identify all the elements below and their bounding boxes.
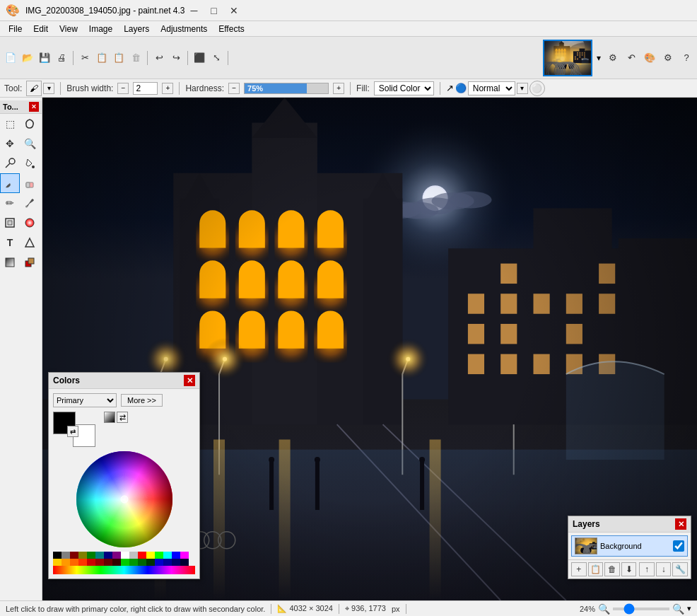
reset-colors-btn[interactable] xyxy=(104,412,115,423)
minimize-button[interactable]: ─ xyxy=(185,3,204,18)
brush-tool[interactable] xyxy=(0,173,20,193)
undo-history-button[interactable]: ↶ xyxy=(623,50,639,66)
more-colors-button[interactable]: More >> xyxy=(121,394,163,407)
resize-button[interactable]: ⤡ xyxy=(209,50,224,66)
palette-color-swatch[interactable] xyxy=(180,552,189,559)
palette-color-swatch[interactable] xyxy=(78,559,87,566)
eraser-tool[interactable] xyxy=(20,173,40,193)
brush-width-minus[interactable]: − xyxy=(117,83,129,94)
maximize-button[interactable]: □ xyxy=(205,3,223,18)
canvas-area[interactable]: Colors ✕ Primary Secondary More >> ⇄ xyxy=(42,98,697,600)
add-layer-btn[interactable]: + xyxy=(571,562,587,576)
hardness-bar[interactable]: 75% xyxy=(244,83,329,94)
palette-color-swatch[interactable] xyxy=(112,552,121,559)
palette-color-swatch[interactable] xyxy=(78,552,87,559)
palette-color-swatch[interactable] xyxy=(104,559,112,566)
palette-color-swatch[interactable] xyxy=(104,552,112,559)
pencil-tool[interactable]: ✏ xyxy=(0,193,20,213)
palette-color-swatch[interactable] xyxy=(112,559,121,566)
palette-color-swatch[interactable] xyxy=(129,552,138,559)
open-file-button[interactable]: 📂 xyxy=(20,50,35,66)
menu-image[interactable]: Image xyxy=(83,23,118,35)
menu-adjustments[interactable]: Adjustments xyxy=(155,23,213,35)
palette-color-swatch[interactable] xyxy=(129,559,138,566)
blend-dropdown-btn[interactable]: ▾ xyxy=(517,83,528,94)
zoom-out-btn[interactable]: 🔍 xyxy=(598,603,610,615)
zoom-in-btn[interactable]: 🔍 xyxy=(672,603,684,615)
palette-color-swatch[interactable] xyxy=(121,552,129,559)
gradient-tool[interactable] xyxy=(0,252,20,272)
fill-select[interactable]: Solid Color No Fill xyxy=(374,81,434,95)
color-picker-tool[interactable] xyxy=(20,193,40,213)
palette-color-swatch[interactable] xyxy=(146,559,155,566)
rectangle-select-tool[interactable]: ⬚ xyxy=(0,114,20,134)
color-palette-button[interactable]: 🎨 xyxy=(642,50,657,66)
palette-color-swatch[interactable] xyxy=(62,552,70,559)
zoom-slider[interactable] xyxy=(613,608,669,610)
save-button[interactable]: 💾 xyxy=(37,50,52,66)
palette-color-swatch[interactable] xyxy=(70,559,78,566)
palette-color-swatch[interactable] xyxy=(138,559,146,566)
current-tool-icon[interactable]: 🖌 xyxy=(26,81,42,96)
settings-button[interactable]: ⚙ xyxy=(605,50,621,66)
lasso-select-tool[interactable] xyxy=(20,114,40,134)
print-button[interactable]: 🖨 xyxy=(54,50,69,66)
help-button[interactable]: ? xyxy=(679,50,694,66)
zoom-menu-btn[interactable]: ▾ xyxy=(687,604,691,613)
colors-panel-header[interactable]: Colors ✕ xyxy=(49,373,199,389)
zoom-tool[interactable]: 🔍 xyxy=(20,134,40,153)
magic-wand-tool[interactable] xyxy=(0,153,20,173)
menu-edit[interactable]: Edit xyxy=(28,23,54,35)
palette-color-swatch[interactable] xyxy=(53,559,62,566)
crop-button[interactable]: ⬛ xyxy=(192,50,207,66)
close-button[interactable]: ✕ xyxy=(225,3,243,18)
tab-dropdown-btn[interactable]: ▾ xyxy=(595,52,602,64)
delete-layer-btn[interactable]: 🗑 xyxy=(604,562,620,576)
palette-color-swatch[interactable] xyxy=(155,552,163,559)
shapes-tool[interactable] xyxy=(20,233,40,252)
palette-color-swatch[interactable] xyxy=(163,559,172,566)
palette-color-swatch[interactable] xyxy=(155,559,163,566)
document-tab[interactable] xyxy=(543,40,592,76)
palette-color-swatch[interactable] xyxy=(62,559,70,566)
delete-button[interactable]: 🗑 xyxy=(128,50,144,66)
palette-color-swatch[interactable] xyxy=(87,552,95,559)
undo-button[interactable]: ↩ xyxy=(151,50,167,66)
palette-color-swatch[interactable] xyxy=(53,552,62,559)
move-layer-up-btn[interactable]: ↑ xyxy=(639,562,655,576)
hardness-minus[interactable]: − xyxy=(228,83,240,94)
menu-layers[interactable]: Layers xyxy=(118,23,155,35)
cut-button[interactable]: ✂ xyxy=(77,50,93,66)
brush-width-input[interactable] xyxy=(133,82,158,95)
tool-dropdown-btn[interactable]: ▾ xyxy=(43,83,54,94)
layers-panel-header[interactable]: Layers ✕ xyxy=(568,516,691,533)
palette-color-swatch[interactable] xyxy=(87,559,95,566)
palette-color-swatch[interactable] xyxy=(172,552,180,559)
palette-color-swatch[interactable] xyxy=(146,552,155,559)
color-swatch-tool[interactable] xyxy=(20,252,40,272)
palette-color-swatch[interactable] xyxy=(95,559,104,566)
clone-stamp-tool[interactable] xyxy=(0,213,20,233)
blend-select[interactable]: Normal Multiply Screen xyxy=(468,81,515,95)
layers-panel-close[interactable]: ✕ xyxy=(675,518,686,530)
text-tool[interactable]: T xyxy=(0,233,20,252)
palette-color-swatch[interactable] xyxy=(95,552,104,559)
paste-button[interactable]: 📋 xyxy=(111,50,127,66)
layer-background[interactable]: Background xyxy=(571,535,688,557)
colors-panel-close[interactable]: ✕ xyxy=(184,375,195,386)
paint-bucket-tool[interactable] xyxy=(20,153,40,173)
color-wheel[interactable] xyxy=(53,450,195,549)
tool-panel-close[interactable]: ✕ xyxy=(29,102,39,112)
copy-button[interactable]: 📋 xyxy=(94,50,110,66)
palette-color-swatch[interactable] xyxy=(138,552,146,559)
merge-layer-btn[interactable]: ⬇ xyxy=(621,562,637,576)
palette-color-swatch[interactable] xyxy=(172,559,180,566)
menu-effects[interactable]: Effects xyxy=(213,23,250,35)
config-button[interactable]: ⚙ xyxy=(660,50,676,66)
palette-color-swatch[interactable] xyxy=(180,559,189,566)
layer-properties-btn[interactable]: 🔧 xyxy=(672,562,688,576)
brush-width-plus[interactable]: + xyxy=(162,83,173,94)
menu-view[interactable]: View xyxy=(54,23,83,35)
menu-file[interactable]: File xyxy=(3,23,28,35)
recolor-tool[interactable] xyxy=(20,213,40,233)
